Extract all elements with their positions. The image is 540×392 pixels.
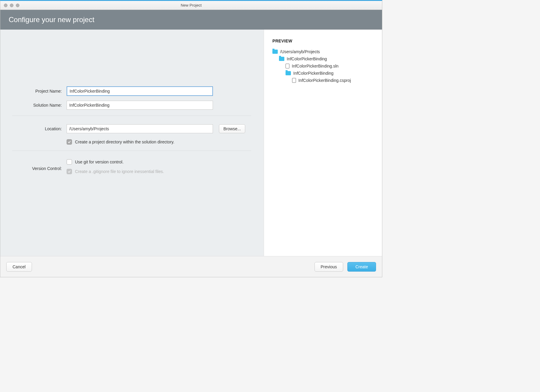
dialog-footer: Cancel Previous Create	[0, 256, 382, 277]
traffic-lights	[0, 4, 19, 7]
dialog-body: Project Name: Solution Name: Location:	[0, 30, 382, 256]
project-name-row: Project Name:	[12, 86, 251, 96]
tree-label: InfColorPickerBinding.sln	[292, 64, 338, 68]
folder-icon	[272, 50, 278, 54]
use-git-checkbox[interactable]	[67, 159, 72, 165]
preview-panel: PREVIEW /Users/amyb/Projects InfColorPic…	[264, 30, 382, 256]
project-name-label: Project Name:	[12, 89, 67, 94]
project-name-input[interactable]	[67, 86, 213, 96]
location-input[interactable]	[67, 124, 213, 133]
tree-item: InfColorPickerBinding	[272, 55, 374, 62]
solution-name-label: Solution Name:	[12, 103, 67, 108]
tree-label: InfColorPickerBinding.csproj	[298, 78, 351, 83]
window-title: New Project	[0, 3, 382, 7]
minimize-window-icon[interactable]	[10, 4, 13, 7]
tree-label: InfColorPickerBinding	[287, 56, 327, 61]
use-git-label: Use git for version control.	[75, 160, 124, 164]
file-icon	[292, 78, 296, 83]
preview-title: PREVIEW	[272, 39, 374, 43]
form-area: Project Name: Solution Name: Location:	[0, 30, 264, 256]
use-git-row: Use git for version control.	[67, 159, 251, 165]
version-control-row: Version Control: Use git for version con…	[12, 159, 251, 178]
checkmark-icon	[68, 170, 71, 173]
divider	[12, 116, 251, 116]
location-row: Location: Browse...	[12, 124, 251, 133]
page-header: Configure your new project	[0, 10, 382, 30]
solution-name-row: Solution Name:	[12, 101, 251, 110]
checkmark-icon	[68, 140, 71, 144]
folder-icon	[286, 71, 291, 75]
gitignore-row: Create a .gitignore file to ignore iness…	[67, 169, 251, 174]
new-project-window: New Project Configure your new project P…	[0, 0, 382, 277]
tree-item: InfColorPickerBinding	[272, 70, 374, 77]
tree-label: /Users/amyb/Projects	[280, 49, 320, 54]
cancel-button[interactable]: Cancel	[6, 262, 32, 272]
create-directory-label: Create a project directory within the so…	[75, 140, 174, 144]
titlebar: New Project	[0, 1, 382, 10]
location-label: Location:	[12, 126, 67, 131]
zoom-window-icon[interactable]	[16, 4, 19, 7]
create-directory-checkbox[interactable]	[67, 139, 72, 145]
tree-item: /Users/amyb/Projects	[272, 48, 374, 55]
close-window-icon[interactable]	[4, 4, 7, 7]
solution-name-input[interactable]	[67, 101, 213, 110]
browse-button[interactable]: Browse...	[219, 124, 245, 133]
gitignore-label: Create a .gitignore file to ignore iness…	[75, 169, 164, 174]
divider	[12, 151, 251, 151]
folder-icon	[279, 57, 284, 61]
previous-button[interactable]: Previous	[315, 262, 343, 272]
version-control-label: Version Control:	[12, 166, 67, 171]
preview-tree: /Users/amyb/Projects InfColorPickerBindi…	[272, 48, 374, 84]
page-title: Configure your new project	[9, 16, 94, 24]
gitignore-checkbox	[67, 169, 72, 174]
file-icon	[286, 64, 289, 68]
tree-item: InfColorPickerBinding.sln	[272, 62, 374, 70]
tree-label: InfColorPickerBinding	[293, 71, 334, 76]
create-button[interactable]: Create	[347, 262, 376, 272]
create-directory-row: Create a project directory within the so…	[12, 139, 251, 145]
tree-item: InfColorPickerBinding.csproj	[272, 77, 374, 84]
